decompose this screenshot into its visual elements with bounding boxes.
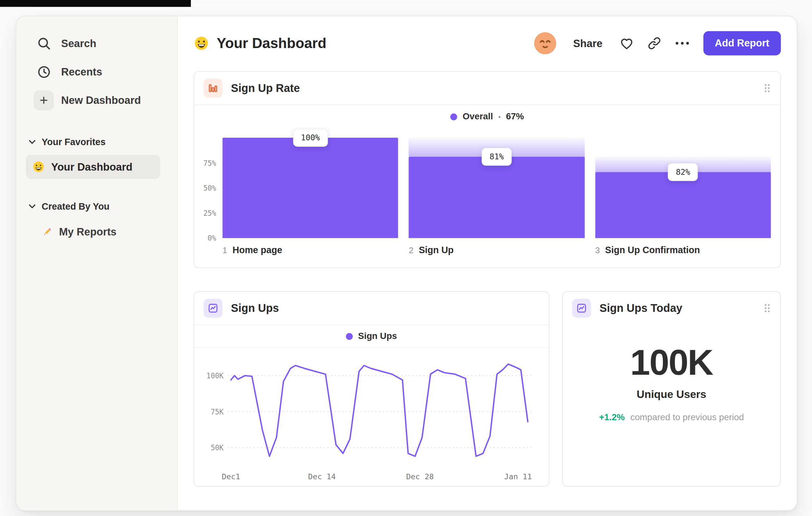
line-legend[interactable]: Sign Ups xyxy=(194,325,549,348)
copy-link-button[interactable] xyxy=(647,36,661,50)
step-name: Sign Up xyxy=(419,245,454,256)
line-chart-icon xyxy=(572,299,591,318)
sidebar: Search Recents New Dashboard xyxy=(17,17,178,511)
chevron-down-icon xyxy=(28,202,36,210)
sidebar-item-your-dashboard[interactable]: Your Dashboard xyxy=(26,155,160,179)
add-report-button[interactable]: Add Report xyxy=(703,31,781,55)
line-chart: 100K 75K 50K xyxy=(202,350,540,468)
delta-description: compared to previous period xyxy=(630,412,744,422)
section-created-by-you[interactable]: Created By You xyxy=(17,196,169,217)
more-options-button[interactable] xyxy=(675,40,690,46)
sidebar-item-label: My Reports xyxy=(59,226,116,238)
funnel-step-home-page: 100% 1 Home page xyxy=(223,138,398,256)
grinning-face-emoji xyxy=(194,35,209,51)
card-header: Sign Ups Today xyxy=(562,292,780,324)
legend-value: 67% xyxy=(506,111,524,122)
page-header: Your Dashboard Share xyxy=(194,29,781,57)
card-title: Sign Up Rate xyxy=(231,82,300,94)
drag-handle-icon[interactable] xyxy=(763,83,771,93)
funnel-plot: 82% xyxy=(595,138,771,239)
funnel-plot: 100% xyxy=(223,138,398,239)
funnel-plot: 81% xyxy=(409,138,584,239)
stat-value: 100K xyxy=(562,342,780,383)
favorite-heart-button[interactable] xyxy=(619,36,634,50)
stat-label: Unique Users xyxy=(562,388,780,401)
card-title: Sign Ups xyxy=(231,302,279,315)
funnel-step-sign-up-confirmation: 82% 3 Sign Up Confirmation xyxy=(595,138,771,256)
drag-handle-icon[interactable] xyxy=(763,303,771,314)
y-tick-label: 50% xyxy=(203,184,216,192)
y-tick-label: 25% xyxy=(203,209,216,217)
delta-value: +1.2% xyxy=(599,412,625,422)
funnel-step-sign-up: 81% 2 Sign Up xyxy=(409,138,584,256)
funnel-value-chip: 100% xyxy=(293,129,328,147)
plus-icon xyxy=(34,90,54,110)
step-name: Sign Up Confirmation xyxy=(605,245,700,256)
sidebar-item-label: Your Dashboard xyxy=(51,161,133,173)
legend-separator: • xyxy=(498,113,500,120)
x-axis: Dec1 Dec 14 Dec 28 Jan 11 xyxy=(202,468,540,486)
step-index: 3 xyxy=(595,246,600,255)
line-chart-icon xyxy=(204,299,223,318)
funnel-chart: 75% 50% 25% 0% 100% xyxy=(194,128,780,268)
line-chart-svg xyxy=(202,350,540,468)
header-actions: Share xyxy=(534,31,781,55)
y-tick-label: 0% xyxy=(207,234,216,242)
card-title: Sign Ups Today xyxy=(600,302,683,315)
link-icon xyxy=(647,36,661,50)
sidebar-item-my-reports[interactable]: My Reports xyxy=(17,219,169,244)
x-tick-label: Dec1 xyxy=(222,472,240,481)
y-tick-label: 50K xyxy=(202,443,223,452)
sidebar-item-label: New Dashboard xyxy=(61,94,141,106)
funnel-y-axis: 75% 50% 25% 0% xyxy=(194,138,216,238)
main-content: Your Dashboard Share xyxy=(178,17,796,511)
card-header: Sign Ups xyxy=(194,292,549,324)
y-tick-label: 100K xyxy=(202,372,223,380)
sidebar-item-search[interactable]: Search xyxy=(17,29,169,57)
funnel-bar[interactable] xyxy=(409,157,584,238)
funnel-step-label: 3 Sign Up Confirmation xyxy=(595,245,771,256)
x-tick-label: Dec 28 xyxy=(406,472,434,481)
pencil-icon xyxy=(41,226,54,238)
funnel-columns: 100% 1 Home page 81% xyxy=(223,138,771,256)
stat-delta: +1.2% compared to previous period xyxy=(562,412,780,423)
search-icon xyxy=(34,33,54,53)
page-title: Your Dashboard xyxy=(217,35,326,52)
bottom-row: Sign Ups Sign Ups 100K 75K 50K Dec1 xyxy=(194,291,781,486)
y-tick-label: 75K xyxy=(202,407,223,416)
funnel-step-label: 2 Sign Up xyxy=(409,245,584,256)
funnel-value-chip: 82% xyxy=(668,163,698,181)
ellipsis-icon xyxy=(675,40,690,46)
step-name: Home page xyxy=(232,245,282,256)
funnel-bar[interactable] xyxy=(223,138,398,238)
sidebar-item-label: Search xyxy=(61,37,96,49)
screen: Search Recents New Dashboard xyxy=(0,0,812,516)
sidebar-item-new-dashboard[interactable]: New Dashboard xyxy=(17,86,169,114)
funnel-value-chip: 81% xyxy=(482,148,512,166)
chevron-down-icon xyxy=(28,138,36,146)
x-tick-label: Jan 11 xyxy=(504,472,532,481)
step-index: 2 xyxy=(409,246,414,255)
card-header: Sign Up Rate xyxy=(194,72,780,105)
legend-swatch xyxy=(451,113,457,120)
heart-icon xyxy=(619,36,634,50)
section-label: Your Favorites xyxy=(41,136,105,147)
screen-artifact-strip xyxy=(0,0,191,7)
share-button[interactable]: Share xyxy=(570,37,606,50)
avatar[interactable] xyxy=(534,32,556,55)
legend-swatch xyxy=(346,333,353,340)
funnel-step-label: 1 Home page xyxy=(223,245,398,256)
sidebar-item-recents[interactable]: Recents xyxy=(17,57,169,86)
y-tick-label: 75% xyxy=(203,159,216,167)
sidebar-item-label: Recents xyxy=(61,66,102,78)
funnel-bar-chart-icon xyxy=(204,79,223,98)
section-label: Created By You xyxy=(41,201,110,212)
legend-label: Sign Ups xyxy=(358,331,397,342)
funnel-bar[interactable] xyxy=(595,172,771,238)
section-your-favorites[interactable]: Your Favorites xyxy=(17,131,169,152)
clock-icon xyxy=(34,62,54,82)
card-sign-up-rate: Sign Up Rate Overall • 67% xyxy=(194,71,781,268)
app-window: Search Recents New Dashboard xyxy=(16,16,797,511)
card-sign-ups-today: Sign Ups Today 100K Unique Users +1.2% xyxy=(562,291,781,486)
funnel-legend[interactable]: Overall • 67% xyxy=(194,105,780,128)
